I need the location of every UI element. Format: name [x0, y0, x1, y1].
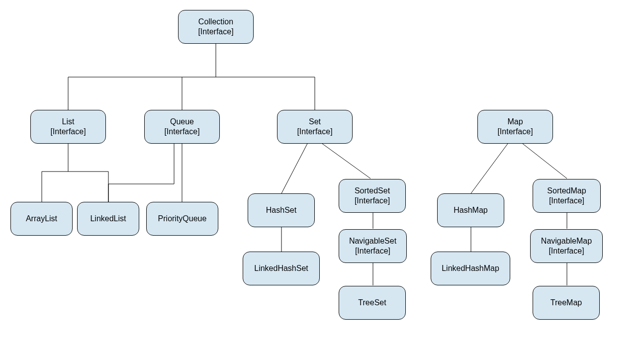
node-label: PriorityQueue	[158, 214, 207, 224]
node-linkedlist: LinkedList	[77, 202, 139, 236]
svg-line-14	[322, 144, 370, 178]
node-label: Queue	[170, 117, 194, 126]
node-label: NavigableMap	[541, 237, 592, 245]
node-navigableset: NavigableSet[Interface]	[339, 229, 407, 263]
svg-line-19	[523, 144, 567, 178]
node-sublabel: [Interface]	[164, 127, 199, 136]
node-label: HashSet	[266, 205, 296, 215]
node-priorityqueue: PriorityQueue	[146, 202, 218, 236]
node-sublabel: [Interface]	[549, 196, 584, 205]
node-linkedhashset: LinkedHashSet	[243, 252, 320, 285]
node-label: List	[62, 117, 75, 126]
node-sortedmap: SortedMap[Interface]	[533, 179, 601, 213]
node-label: HashMap	[454, 205, 487, 215]
svg-line-18	[471, 144, 508, 193]
node-label: NavigableSet	[349, 237, 396, 245]
node-hashset: HashSet	[248, 193, 315, 227]
node-set: Set[Interface]	[277, 110, 353, 144]
node-list: List[Interface]	[30, 110, 106, 144]
node-arraylist: ArrayList	[10, 202, 73, 236]
node-collection: Collection[Interface]	[178, 10, 254, 44]
node-label: ArrayList	[26, 214, 57, 224]
node-label: SortedSet	[355, 186, 390, 195]
node-treeset: TreeSet	[339, 286, 406, 320]
node-sublabel: [Interface]	[355, 247, 390, 255]
node-sublabel: [Interface]	[497, 127, 533, 136]
node-sortedset: SortedSet[Interface]	[339, 179, 406, 213]
node-label: TreeMap	[551, 298, 582, 308]
node-sublabel: [Interface]	[549, 247, 584, 255]
node-linkedhashmap: LinkedHashMap	[431, 252, 510, 285]
node-label: TreeSet	[358, 298, 386, 308]
node-queue: Queue[Interface]	[144, 110, 220, 144]
node-sublabel: [Interface]	[297, 127, 332, 136]
node-label: LinkedHashSet	[254, 263, 308, 273]
node-navigablemap: NavigableMap[Interface]	[530, 229, 603, 263]
node-map: Map[Interface]	[477, 110, 553, 144]
node-label: LinkedHashMap	[442, 263, 499, 273]
node-label: Set	[309, 117, 321, 126]
node-treemap: TreeMap	[533, 286, 600, 320]
node-sublabel: [Interface]	[198, 27, 233, 36]
node-sublabel: [Interface]	[355, 196, 390, 205]
node-hashmap: HashMap	[437, 193, 504, 227]
svg-line-13	[281, 144, 307, 193]
node-sublabel: [Interface]	[50, 127, 86, 136]
node-label: LinkedList	[90, 214, 126, 224]
node-label: SortedMap	[547, 186, 586, 195]
node-label: Map	[507, 117, 523, 126]
node-label: Collection	[198, 17, 233, 26]
